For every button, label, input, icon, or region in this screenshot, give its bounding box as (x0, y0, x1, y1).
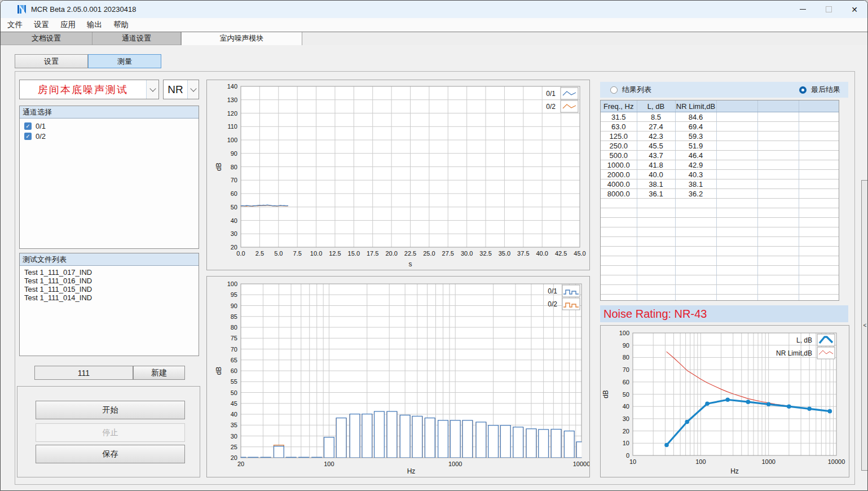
svg-text:30: 30 (231, 433, 237, 440)
table-cell (799, 295, 839, 301)
table-row[interactable]: 2000.040.040.3 (601, 170, 839, 179)
svg-text:20: 20 (623, 428, 629, 435)
results-table-header-cell (757, 100, 799, 112)
table-cell (799, 218, 839, 227)
tab-室内噪声模块[interactable]: 室内噪声模块 (181, 32, 302, 45)
table-cell (757, 218, 799, 227)
table-cell (757, 141, 799, 151)
table-row[interactable]: 250.045.551.9 (601, 141, 839, 151)
test-file-item[interactable]: Test 1_111_014_IND (20, 293, 199, 302)
table-cell (757, 199, 799, 208)
svg-text:0/2: 0/2 (546, 103, 556, 111)
table-cell (716, 218, 757, 227)
subtab-测量[interactable]: 测量 (88, 54, 161, 68)
table-cell: 40.3 (675, 170, 716, 179)
test-file-item[interactable]: Test 1_111_017_IND (20, 268, 199, 277)
test-file-item[interactable]: Test 1_111_015_IND (20, 285, 199, 293)
results-mode-row: 结果列表 最后结果 (600, 82, 848, 98)
menu-item[interactable]: 应用 (55, 18, 81, 32)
svg-text:20: 20 (237, 461, 244, 467)
table-cell: 36.2 (675, 189, 716, 199)
svg-text:Hz: Hz (407, 467, 416, 475)
table-row[interactable]: 31.58.584.6 (601, 112, 839, 122)
table-cell: 31.5 (601, 112, 637, 122)
tab-通道设置[interactable]: 通道设置 (92, 32, 181, 45)
save-button[interactable]: 保存 (36, 445, 185, 463)
menubar: 文件设置应用输出帮助 (1, 18, 867, 32)
menu-item[interactable]: 帮助 (108, 18, 134, 32)
checkbox-icon[interactable]: ✓ (24, 133, 32, 140)
start-button[interactable]: 开始 (36, 401, 185, 419)
tab-文档设置[interactable]: 文档设置 (1, 32, 92, 45)
svg-text:60: 60 (623, 379, 629, 385)
new-button[interactable]: 新建 (133, 366, 185, 380)
channel-row[interactable]: ✓0/1 (20, 121, 199, 131)
subtab-设置[interactable]: 设置 (15, 54, 88, 68)
svg-text:35.0: 35.0 (499, 250, 510, 257)
result-list-radio[interactable] (610, 86, 618, 94)
minimize-button[interactable] (790, 1, 816, 18)
test-file-item[interactable]: Test 1_111_016_IND (20, 277, 199, 285)
table-row[interactable]: 8000.036.136.2 (601, 189, 839, 199)
table-cell (637, 256, 675, 266)
time-history-chart: 20304050607080901001101201301400.02.55.0… (207, 80, 589, 270)
table-cell (637, 285, 675, 295)
channel-row[interactable]: ✓0/2 (20, 131, 199, 141)
svg-text:30: 30 (231, 230, 237, 237)
table-row[interactable]: 63.027.469.4 (601, 122, 839, 131)
panel-collapse-button[interactable]: < (861, 180, 868, 471)
table-cell (601, 295, 637, 301)
table-row[interactable]: 500.043.746.4 (601, 151, 839, 160)
checkbox-icon[interactable]: ✓ (24, 122, 32, 130)
table-row-empty (601, 199, 839, 208)
svg-text:90: 90 (231, 303, 237, 309)
results-table-wrap: Freq., HzL, dBNR Limit,dB 31.58.584.663.… (600, 100, 839, 301)
table-cell (675, 266, 716, 275)
table-row-empty (601, 275, 839, 285)
table-cell (637, 275, 675, 285)
table-cell (716, 141, 757, 151)
table-cell (601, 218, 637, 227)
svg-text:10.0: 10.0 (310, 250, 322, 257)
channel-selection-title: 通道选择 (20, 106, 199, 119)
table-cell (716, 199, 757, 208)
menu-item[interactable]: 文件 (2, 18, 28, 32)
table-cell (637, 266, 675, 275)
file-name-input[interactable]: 111 (34, 366, 133, 380)
table-cell (799, 131, 839, 141)
test-type-dropdown-button[interactable] (146, 80, 158, 99)
test-type-combobox[interactable]: 房间本底噪声测试 (19, 80, 159, 99)
last-result-radio-label: 最后结果 (811, 85, 840, 95)
table-cell (637, 227, 675, 237)
rating-type-dropdown-button[interactable] (187, 80, 199, 99)
table-cell (799, 237, 839, 247)
menu-item[interactable]: 输出 (81, 18, 108, 32)
table-row[interactable]: 1000.041.842.9 (601, 160, 839, 170)
test-file-list: Test 1_111_017_INDTest 1_111_016_INDTest… (20, 266, 199, 302)
svg-text:40: 40 (231, 411, 237, 418)
table-cell: 38.1 (637, 179, 675, 189)
svg-text:0/1: 0/1 (546, 90, 556, 98)
result-list-radio-label: 结果列表 (622, 85, 651, 95)
svg-text:40.0: 40.0 (536, 250, 548, 257)
last-result-radio[interactable] (799, 86, 807, 94)
menu-item[interactable]: 设置 (28, 18, 55, 32)
svg-text:10: 10 (623, 440, 629, 446)
svg-text:32.5: 32.5 (479, 250, 491, 257)
table-cell (716, 285, 757, 295)
svg-text:20.0: 20.0 (385, 250, 397, 257)
table-row-empty (601, 266, 839, 275)
table-row[interactable]: 125.042.359.3 (601, 131, 839, 141)
close-icon: ✕ (851, 6, 858, 14)
table-cell (799, 275, 839, 285)
table-row[interactable]: 4000.038.138.1 (601, 179, 839, 189)
table-row-empty (601, 247, 839, 256)
chevron-left-icon: < (863, 322, 867, 328)
rating-type-combobox[interactable]: NR (163, 80, 199, 99)
maximize-button[interactable] (816, 1, 841, 18)
nr-chart-panel: 010203040506070809010010100100010000HzdB… (600, 325, 849, 477)
table-row-empty (601, 285, 839, 295)
channel-selection-box: 通道选择 ✓0/1✓0/2 (19, 106, 199, 249)
close-button[interactable]: ✕ (841, 1, 867, 18)
table-cell (757, 227, 799, 237)
